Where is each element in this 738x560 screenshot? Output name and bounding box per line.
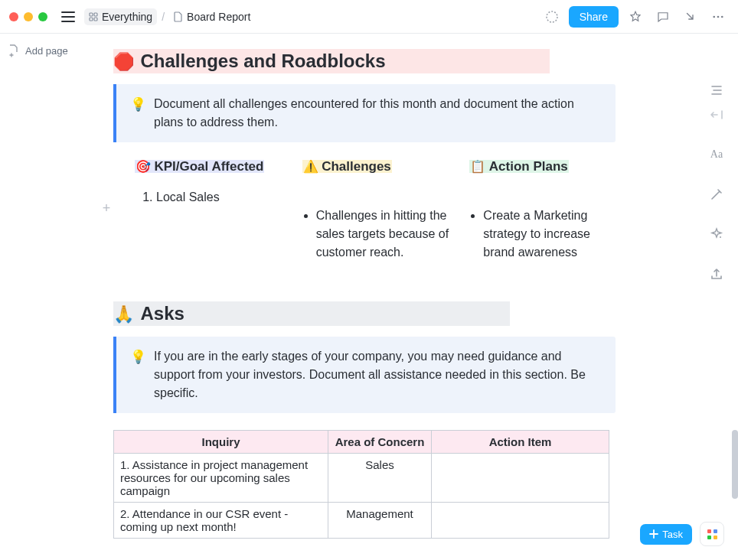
more-options-button[interactable] — [707, 6, 729, 28]
table-header-inquiry: Inquiry — [114, 431, 328, 454]
export-button[interactable] — [706, 263, 727, 285]
section-asks-title: Asks — [140, 303, 184, 324]
cell-inquiry[interactable]: 2. Attendance in our CSR event - coming … — [114, 503, 328, 539]
menu-toggle-button[interactable] — [58, 7, 78, 27]
plus-icon — [649, 529, 658, 539]
lightbulb-icon: 💡 — [130, 95, 146, 132]
cell-area[interactable]: Management — [328, 503, 432, 539]
svg-point-8 — [720, 236, 721, 238]
new-task-button[interactable]: Task — [640, 524, 692, 545]
pending-status-button[interactable] — [541, 6, 563, 28]
asks-callout: 💡 If you are in the early stages of your… — [113, 337, 616, 413]
comments-button[interactable] — [652, 6, 674, 28]
floating-actions: Task — [640, 522, 724, 546]
ai-sparkle-button[interactable] — [706, 223, 727, 245]
column-actions: 📋 Action Plans Create a Marketing strate… — [469, 159, 619, 266]
asks-table: Inquiry Area of Concern Action Item 1. A… — [113, 430, 609, 539]
add-page-label: Add page — [25, 45, 68, 57]
breadcrumb-page[interactable]: Board Report — [169, 8, 255, 25]
column-kpi-title: KPI/Goal Affected — [154, 159, 263, 174]
challenges-callout: 💡 Document all challenges encountered fo… — [113, 84, 616, 142]
breadcrumb: Everything / Board Report — [84, 8, 255, 25]
export-icon — [710, 267, 723, 281]
challenges-callout-text: Document all challenges encountered for … — [154, 95, 602, 132]
svg-rect-0 — [90, 13, 93, 16]
challenges-item[interactable]: Challenges in hitting the sales targets … — [316, 207, 452, 262]
cell-action[interactable] — [432, 454, 609, 503]
svg-point-7 — [721, 15, 723, 18]
chat-icon — [656, 10, 670, 24]
wand-icon — [710, 187, 723, 201]
column-challenges-title: Challenges — [322, 159, 391, 174]
apps-button[interactable] — [700, 522, 724, 546]
topbar: Everything / Board Report Share — [0, 0, 738, 34]
actions-item[interactable]: Create a Marketing strategy to increase … — [483, 207, 619, 262]
minimize-window-button[interactable] — [24, 12, 33, 21]
ellipsis-icon — [711, 10, 725, 24]
table-header-area: Area of Concern — [328, 431, 432, 454]
section-challenges-title: Challenges and Roadblocks — [140, 50, 385, 71]
star-icon — [629, 10, 642, 24]
breadcrumb-root[interactable]: Everything — [84, 8, 157, 25]
svg-point-5 — [713, 15, 715, 18]
scrollbar-thumb[interactable] — [732, 430, 738, 499]
outline-icon — [710, 85, 723, 96]
sparkle-icon — [710, 227, 723, 241]
new-task-label: Task — [662, 529, 683, 540]
svg-rect-3 — [94, 18, 97, 21]
asks-callout-text: If you are in the early stages of your c… — [154, 347, 602, 402]
add-block-button[interactable]: + — [100, 200, 113, 217]
cell-inquiry[interactable]: 1. Assistance in project management reso… — [114, 454, 328, 503]
section-challenges-header: 🛑 Challenges and Roadblocks — [113, 49, 649, 73]
grid-icon — [89, 12, 98, 21]
document-icon — [174, 11, 183, 22]
hamburger-icon — [61, 11, 75, 22]
document-body[interactable]: 🛑 Challenges and Roadblocks 💡 Document a… — [90, 34, 695, 560]
add-page-button[interactable]: Add page — [8, 44, 83, 57]
breadcrumb-root-label: Everything — [102, 11, 152, 23]
favorite-button[interactable] — [625, 6, 646, 28]
ai-suggest-button[interactable] — [706, 184, 727, 205]
outline-button[interactable] — [706, 80, 727, 101]
svg-rect-2 — [90, 18, 93, 21]
collapse-arrow-icon — [710, 110, 723, 119]
challenges-columns: + 🎯 KPI/Goal Affected Local Sales ⚠️ Cha… — [113, 159, 619, 266]
text-style-button[interactable]: Aa — [706, 144, 727, 165]
cell-action[interactable] — [432, 503, 609, 539]
download-button[interactable] — [680, 6, 701, 28]
window-controls — [9, 12, 47, 21]
download-arrow-icon — [684, 10, 697, 24]
cell-area[interactable]: Sales — [328, 454, 432, 503]
column-kpi: 🎯 KPI/Goal Affected Local Sales — [135, 159, 284, 266]
lightbulb-icon: 💡 — [130, 347, 146, 402]
dashed-circle-icon — [544, 9, 560, 24]
svg-rect-1 — [94, 13, 97, 16]
svg-point-4 — [547, 11, 557, 22]
breadcrumb-page-label: Board Report — [187, 11, 250, 23]
column-actions-title: Action Plans — [489, 159, 568, 174]
collapse-rail-button[interactable] — [706, 104, 727, 125]
table-row[interactable]: 1. Assistance in project management reso… — [114, 454, 609, 503]
kpi-item[interactable]: Local Sales — [156, 188, 284, 207]
column-challenges: ⚠️ Challenges Challenges in hitting the … — [302, 159, 452, 266]
close-window-button[interactable] — [9, 12, 18, 21]
maximize-window-button[interactable] — [38, 12, 47, 21]
share-button[interactable]: Share — [569, 6, 619, 28]
target-emoji: 🎯 — [136, 160, 151, 173]
svg-point-6 — [717, 15, 720, 18]
add-page-icon — [8, 44, 19, 57]
table-row[interactable]: 2. Attendance in our CSR event - coming … — [114, 503, 609, 539]
sidebar: Add page — [0, 34, 90, 560]
table-header-action: Action Item — [432, 431, 609, 454]
clipboard-emoji: 📋 — [470, 160, 485, 173]
section-asks-header: 🙏 Asks — [113, 301, 649, 326]
pray-emoji: 🙏 — [113, 304, 134, 324]
breadcrumb-separator: / — [162, 11, 165, 23]
stop-sign-emoji: 🛑 — [113, 52, 134, 71]
apps-grid-icon — [707, 529, 717, 539]
warning-emoji: ⚠️ — [303, 160, 318, 173]
